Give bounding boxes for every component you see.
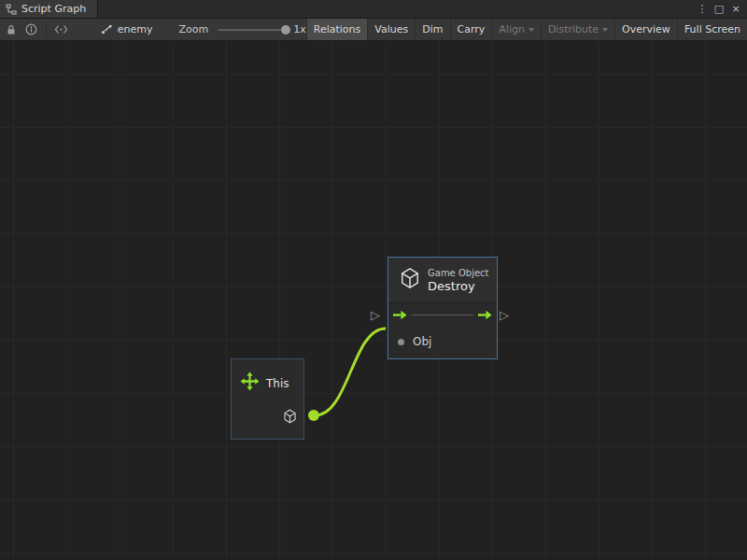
flow-divider-line xyxy=(412,315,473,315)
chevron-down-icon xyxy=(529,28,534,32)
obj-input-port[interactable] xyxy=(398,339,404,345)
toolbar-buttons: Relations Values Dim Carry Align Distrib… xyxy=(306,19,747,40)
wire-this-to-destroy[interactable] xyxy=(315,329,386,415)
fullscreen-button[interactable]: Full Screen xyxy=(677,19,747,40)
values-button[interactable]: Values xyxy=(367,19,415,40)
dim-button[interactable]: Dim xyxy=(415,19,449,40)
zoom-label: Zoom xyxy=(179,23,209,35)
lock-icon[interactable] xyxy=(4,19,19,41)
breadcrumb-graph-enemy[interactable]: enemy xyxy=(101,23,153,35)
toolbar-separator xyxy=(46,22,47,37)
maximize-icon[interactable]: □ xyxy=(712,1,726,18)
graph-name-label: enemy xyxy=(118,23,153,35)
carry-button[interactable]: Carry xyxy=(450,19,492,40)
tab-title: Script Graph xyxy=(21,3,86,15)
distribute-dropdown[interactable]: Distribute xyxy=(541,19,614,40)
relations-button[interactable]: Relations xyxy=(306,19,368,40)
zoom-slider-handle[interactable] xyxy=(281,25,290,35)
close-icon[interactable]: × xyxy=(728,1,743,18)
chevron-down-icon xyxy=(602,28,608,32)
this-node-title: This xyxy=(266,377,289,390)
game-object-cube-icon xyxy=(400,267,420,293)
code-fragment-icon[interactable] xyxy=(54,19,69,41)
script-graph-window: Script Graph ⋮ □ × xyxy=(0,0,747,560)
titlebar: Script Graph ⋮ □ × xyxy=(0,0,747,19)
tab-script-graph[interactable]: Script Graph xyxy=(0,0,98,18)
flow-out-arrow-icon[interactable] xyxy=(478,306,492,324)
destroy-node-header: Game Object Destroy xyxy=(388,258,497,303)
graph-asset-icon xyxy=(101,24,113,35)
flow-input-triangle-port[interactable]: ▷ xyxy=(371,309,380,322)
overview-button[interactable]: Overview xyxy=(614,19,677,40)
script-graph-icon xyxy=(6,4,17,15)
zoom-slider[interactable] xyxy=(218,29,286,31)
destroy-obj-row: Obj xyxy=(388,327,497,348)
move-arrows-icon xyxy=(240,371,260,395)
destroy-node-category: Game Object xyxy=(428,267,489,279)
info-icon[interactable] xyxy=(24,19,39,41)
zoom-value: 1x xyxy=(293,23,306,35)
flow-in-arrow-icon[interactable] xyxy=(393,306,407,324)
node-this[interactable]: This xyxy=(231,358,304,440)
destroy-node-title: Destroy xyxy=(428,279,489,294)
destroy-flow-row xyxy=(388,303,497,327)
flow-output-triangle-port[interactable]: ▷ xyxy=(500,309,509,322)
toolbar: enemy Zoom 1x Relations Values Dim Carry… xyxy=(0,19,747,41)
align-dropdown[interactable]: Align xyxy=(491,19,541,40)
obj-port-label: Obj xyxy=(413,335,431,348)
window-menu-icon[interactable]: ⋮ xyxy=(695,1,710,18)
game-object-cube-icon xyxy=(283,409,297,427)
node-destroy[interactable]: Game Object Destroy xyxy=(388,257,498,359)
this-output-port[interactable] xyxy=(308,410,319,421)
connection-wire xyxy=(0,41,747,560)
graph-canvas[interactable]: This Game Object xyxy=(0,41,747,560)
window-controls: ⋮ □ × xyxy=(695,0,747,18)
